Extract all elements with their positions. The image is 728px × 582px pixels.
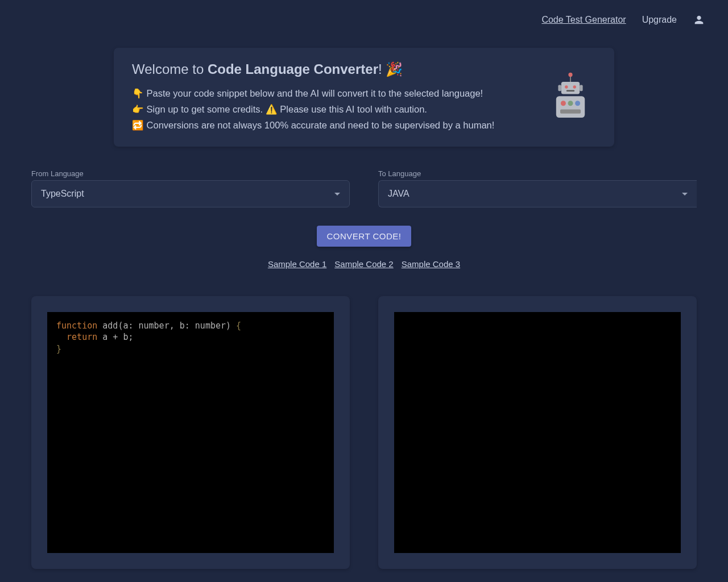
token-ident: b <box>175 321 185 331</box>
token-indent <box>56 332 67 342</box>
token-punct: (a <box>118 321 128 331</box>
robot-icon <box>545 72 596 123</box>
from-language-label: From Language <box>31 169 350 178</box>
to-language-label: To Language <box>378 169 697 178</box>
to-language-select[interactable]: JAVA <box>378 180 697 207</box>
token-ident: b <box>118 332 128 342</box>
token-brace: { <box>236 321 241 331</box>
welcome-line-3: 🔁 Conversions are not always 100% accura… <box>132 117 494 133</box>
welcome-suffix: ! 🎉 <box>378 61 403 77</box>
svg-point-10 <box>568 101 573 106</box>
svg-point-1 <box>568 73 572 77</box>
convert-row: CONVERT CODE! <box>0 226 728 247</box>
token-op: : <box>185 321 190 331</box>
to-language-value: JAVA <box>388 189 410 199</box>
account-icon[interactable] <box>693 14 705 26</box>
from-language-value: TypeScript <box>41 189 84 199</box>
welcome-prefix: Welcome to <box>132 61 208 77</box>
sample-code-1[interactable]: Sample Code 1 <box>268 259 326 269</box>
svg-rect-8 <box>556 96 585 118</box>
svg-rect-7 <box>580 85 582 91</box>
token-type: number <box>190 321 226 331</box>
svg-rect-2 <box>561 82 580 94</box>
welcome-line-2: 👉 Sign up to get some credits. ⚠️ Please… <box>132 101 494 117</box>
token-ident: a <box>97 332 113 342</box>
token-punct: ) <box>226 321 231 331</box>
svg-rect-12 <box>560 110 581 114</box>
token-ident: add <box>97 321 118 331</box>
link-code-test-generator[interactable]: Code Test Generator <box>541 15 626 25</box>
input-panel: function add(a: number, b: number) { ret… <box>31 296 350 569</box>
sample-links: Sample Code 1 Sample Code 2 Sample Code … <box>0 259 728 269</box>
token-type: number <box>133 321 169 331</box>
token-space <box>231 321 236 331</box>
svg-point-9 <box>561 101 566 106</box>
svg-point-11 <box>575 101 580 106</box>
sample-code-2[interactable]: Sample Code 2 <box>334 259 393 269</box>
from-language-group: From Language TypeScript <box>31 169 350 207</box>
welcome-bold: Code Language Converter <box>208 61 378 77</box>
convert-button[interactable]: CONVERT CODE! <box>317 226 412 247</box>
svg-point-3 <box>565 85 568 88</box>
welcome-card: Welcome to Code Language Converter! 🎉 👇 … <box>114 48 614 147</box>
code-panels: function add(a: number, b: number) { ret… <box>0 269 728 569</box>
chevron-down-icon <box>334 193 340 196</box>
to-language-group: To Language JAVA <box>378 169 697 207</box>
svg-rect-6 <box>558 85 561 91</box>
chevron-down-icon <box>682 193 688 196</box>
svg-point-4 <box>573 85 576 88</box>
welcome-title: Welcome to Code Language Converter! 🎉 <box>132 61 494 77</box>
header-nav: Code Test Generator Upgrade <box>0 0 728 32</box>
input-code-editor[interactable]: function add(a: number, b: number) { ret… <box>47 312 334 553</box>
token-brace: } <box>56 344 61 354</box>
welcome-text: Welcome to Code Language Converter! 🎉 👇 … <box>132 61 494 133</box>
token-punct: , <box>169 321 175 331</box>
welcome-line-1: 👇 Paste your code snippet below and the … <box>132 85 494 101</box>
token-keyword: function <box>56 321 97 331</box>
svg-rect-5 <box>566 90 574 92</box>
output-code-viewer[interactable] <box>394 312 681 553</box>
output-panel <box>378 296 697 569</box>
sample-code-3[interactable]: Sample Code 3 <box>402 259 460 269</box>
language-selectors: From Language TypeScript To Language JAV… <box>0 147 728 207</box>
token-punct: ; <box>128 332 133 342</box>
token-keyword: return <box>67 332 97 342</box>
from-language-select[interactable]: TypeScript <box>31 180 350 207</box>
link-upgrade[interactable]: Upgrade <box>642 15 677 25</box>
